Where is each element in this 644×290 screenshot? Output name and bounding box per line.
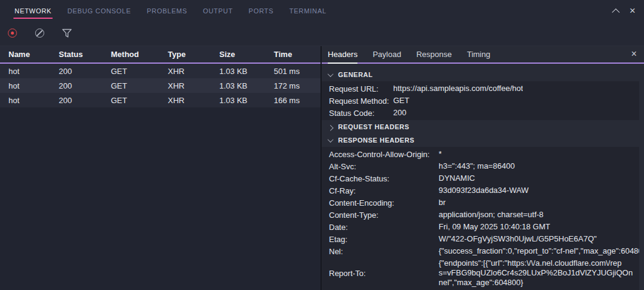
kv-key: Request URL: xyxy=(329,84,393,93)
chevron-down-icon xyxy=(328,71,334,77)
cell-type: XHR xyxy=(168,96,219,105)
cell-type: XHR xyxy=(168,81,219,90)
close-panel-icon[interactable]: × xyxy=(629,5,636,16)
cell-name: hot xyxy=(0,67,59,76)
requests-table: Name Status Method Type Size Time hot 20… xyxy=(0,46,322,290)
kv-key: Content-Encoding: xyxy=(329,198,439,207)
cell-type: XHR xyxy=(168,67,219,76)
kv-key: Request Method: xyxy=(329,96,393,106)
cell-name: hot xyxy=(0,81,59,90)
kv-value: * xyxy=(439,148,442,160)
tab-response[interactable]: Response xyxy=(416,46,452,62)
kv-row: Status Code: 200 xyxy=(322,107,639,119)
kv-value: br xyxy=(439,197,446,209)
tab-network[interactable]: NETWORK xyxy=(15,1,51,20)
kv-key: Access-Control-Allow-Origin: xyxy=(329,150,439,159)
headers-content: GENERAL Request URL: https://api.samplea… xyxy=(322,64,644,290)
kv-value: 93d093f23da6da34-WAW xyxy=(439,184,529,197)
clear-icon xyxy=(35,29,44,38)
tab-timing[interactable]: Timing xyxy=(467,46,491,62)
kv-value: W/"422-OFgVyjSW3h0UjwL/G5P5HoE6A7Q" xyxy=(439,233,597,245)
maximize-panel-icon[interactable] xyxy=(612,8,620,16)
column-header-status[interactable]: Status xyxy=(59,50,111,59)
chevron-down-icon xyxy=(328,137,334,143)
kv-value: {"endpoints":[{"url":"https:\/\/a.nel.cl… xyxy=(439,257,632,289)
kv-key: Content-Type: xyxy=(329,211,439,220)
kv-row: Alt-Svc: h3=":443"; ma=86400 xyxy=(322,160,639,172)
cell-time: 166 ms xyxy=(274,96,320,105)
cell-size: 1.03 KB xyxy=(219,81,274,90)
column-header-name[interactable]: Name xyxy=(0,50,59,59)
kv-value: https://api.sampleapis.com/coffee/hot xyxy=(393,83,523,95)
kv-row: Request URL: https://api.sampleapis.com/… xyxy=(322,83,639,95)
tab-debug-console[interactable]: DEBUG CONSOLE xyxy=(67,1,131,20)
cell-method: GET xyxy=(111,67,168,76)
cell-status: 200 xyxy=(59,67,111,76)
tab-payload[interactable]: Payload xyxy=(373,46,401,62)
kv-key: Date: xyxy=(329,223,439,232)
kv-key: Nel: xyxy=(329,247,439,256)
kv-value: 200 xyxy=(393,107,407,119)
kv-row: Cf-Cache-Status: DYNAMIC xyxy=(322,172,639,184)
tab-ports[interactable]: PORTS xyxy=(248,1,273,20)
clear-button[interactable] xyxy=(31,25,48,42)
panel-window-controls: × xyxy=(613,0,636,21)
cell-time: 172 ms xyxy=(274,81,320,90)
cell-status: 200 xyxy=(59,96,111,105)
kv-row: Cf-Ray: 93d093f23da6da34-WAW xyxy=(322,184,639,197)
kv-row: Nel: {"success_fraction":0,"report_to":"… xyxy=(322,245,639,257)
kv-value: {"success_fraction":0,"report_to":"cf-ne… xyxy=(439,245,639,257)
cell-name: hot xyxy=(0,96,59,105)
section-general-title: GENERAL xyxy=(338,71,373,78)
tab-output[interactable]: OUTPUT xyxy=(203,1,233,20)
section-request-headers-title: REQUEST HEADERS xyxy=(338,123,410,130)
kv-key: Cf-Ray: xyxy=(329,186,439,195)
column-header-method[interactable]: Method xyxy=(111,50,168,59)
column-header-size[interactable]: Size xyxy=(219,50,274,59)
table-row[interactable]: hot 200 GET XHR 1.03 KB 166 ms xyxy=(0,93,320,107)
section-request-headers[interactable]: REQUEST HEADERS xyxy=(322,120,644,133)
kv-row: Request Method: GET xyxy=(322,95,639,107)
section-general[interactable]: GENERAL xyxy=(322,68,644,81)
kv-row: Content-Type: application/json; charset=… xyxy=(322,209,639,221)
chevron-right-icon xyxy=(328,124,334,130)
kv-key: Status Code: xyxy=(329,109,393,118)
filter-button[interactable] xyxy=(58,25,75,42)
network-panel-body: Name Status Method Type Size Time hot 20… xyxy=(0,46,644,290)
kv-key: Report-To: xyxy=(329,269,439,278)
kv-row: Content-Encoding: br xyxy=(322,197,639,209)
tab-problems[interactable]: PROBLEMS xyxy=(147,1,187,20)
kv-row: Access-Control-Allow-Origin: * xyxy=(322,148,639,160)
section-response-headers[interactable]: RESPONSE HEADERS xyxy=(322,133,644,147)
close-details-icon[interactable]: × xyxy=(631,49,637,59)
cell-method: GET xyxy=(111,96,168,105)
kv-key: Cf-Cache-Status: xyxy=(329,174,439,183)
table-row[interactable]: hot 200 GET XHR 1.03 KB 501 ms xyxy=(0,64,320,78)
table-row[interactable]: hot 200 GET XHR 1.03 KB 172 ms xyxy=(0,78,320,93)
kv-key: Alt-Svc: xyxy=(329,162,439,171)
kv-row: Etag: W/"422-OFgVyjSW3h0UjwL/G5P5HoE6A7Q… xyxy=(322,233,639,245)
kv-value: Fri, 09 May 2025 10:40:18 GMT xyxy=(439,221,550,233)
kv-key: Etag: xyxy=(329,235,439,244)
details-tab-bar: Headers Payload Response Timing × xyxy=(322,46,644,64)
response-headers-block: Access-Control-Allow-Origin: * Alt-Svc: … xyxy=(322,147,639,290)
cell-status: 200 xyxy=(59,81,111,90)
record-icon xyxy=(8,29,17,38)
column-header-type[interactable]: Type xyxy=(168,50,219,59)
tab-terminal[interactable]: TERMINAL xyxy=(290,1,327,20)
kv-value: h3=":443"; ma=86400 xyxy=(439,160,515,172)
tab-headers[interactable]: Headers xyxy=(328,46,357,62)
filter-icon xyxy=(62,29,72,38)
panel-tab-bar: NETWORK DEBUG CONSOLE PROBLEMS OUTPUT PO… xyxy=(0,0,644,21)
section-response-headers-title: RESPONSE HEADERS xyxy=(338,137,414,144)
cell-size: 1.03 KB xyxy=(219,67,274,76)
cell-size: 1.03 KB xyxy=(219,96,274,105)
cell-time: 501 ms xyxy=(274,67,320,76)
kv-value: application/json; charset=utf-8 xyxy=(439,209,543,221)
kv-value: GET xyxy=(393,95,410,107)
cell-method: GET xyxy=(111,81,168,90)
column-header-time[interactable]: Time xyxy=(274,50,320,59)
record-button[interactable] xyxy=(4,25,21,42)
kv-row: Report-To: {"endpoints":[{"url":"https:\… xyxy=(322,257,639,289)
request-details-pane: Headers Payload Response Timing × GENERA… xyxy=(322,46,644,290)
